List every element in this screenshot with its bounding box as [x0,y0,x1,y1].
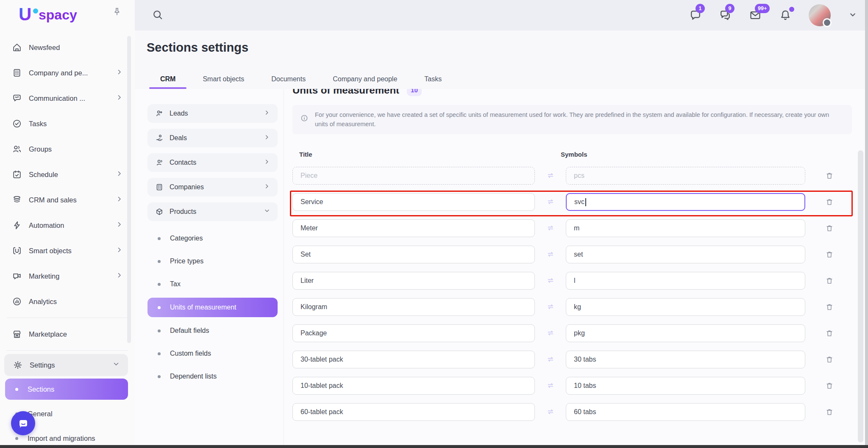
chat-launcher-button[interactable] [11,411,35,435]
delete-row-button[interactable] [825,224,834,233]
lead-icon [155,109,164,118]
sidebar-item-automation[interactable]: Automation [0,213,135,238]
symbol-input-30-tablet-pack[interactable]: 30 tabs [566,351,805,368]
title-input-set[interactable]: Set [292,246,535,263]
symbol-input-service[interactable]: svc [566,193,805,211]
info-text: For your convenience, we have created a … [315,110,841,129]
nav-subitem-default-fields[interactable]: Default fields [147,319,278,342]
info-banner: For your convenience, we have created a … [292,105,852,134]
profile-chevron-down-icon[interactable] [848,10,858,21]
chevron-down-icon [263,207,271,215]
symbol-input-set[interactable]: set [566,246,805,263]
smart-objects-icon [12,246,22,256]
symbol-input-60-tablet-pack[interactable]: 60 tabs [566,403,805,421]
sidebar-item-analytics[interactable]: Analytics [0,289,135,314]
symbol-input-meter[interactable]: m [566,219,805,237]
chat-icon[interactable]: 1 [689,9,702,22]
title-input-piece[interactable]: Piece [292,167,535,185]
group-chat-icon[interactable]: 9 [719,9,732,22]
vertical-scrollbar[interactable] [858,150,863,442]
sidebar-item-label: Schedule [29,171,58,179]
delete-row-button[interactable] [825,381,834,390]
tab-company-and-people[interactable]: Company and people [322,69,408,89]
delete-row-button[interactable] [825,407,834,417]
tab-crm[interactable]: CRM [149,69,186,89]
delete-row-button[interactable] [825,355,834,364]
sidebar-item-label: CRM and sales [29,196,77,204]
unit-row-60-tablet-pack: 60-tablet pack60 tabs [292,399,852,425]
delete-row-button[interactable] [825,276,834,285]
nav-subitem-custom-fields[interactable]: Custom fields [147,342,278,365]
tab-documents[interactable]: Documents [260,69,317,89]
sidebar-item-groups[interactable]: Groups [0,136,135,162]
unit-row-piece: Piecepcs [292,163,852,189]
avatar[interactable] [809,4,831,26]
swap-icon [538,224,562,233]
search-icon[interactable] [152,9,164,22]
nav-subitem-price-types[interactable]: Price types [147,250,278,273]
nav-item-deals[interactable]: Deals [147,129,278,147]
column-divider [284,89,284,445]
delete-row-button[interactable] [825,197,834,207]
nav-item-products[interactable]: Products [147,202,278,221]
title-input-package[interactable]: Package [292,324,535,342]
unit-row-10-tablet-pack: 10-tablet pack10 tabs [292,373,852,399]
sidebar-item-label: Import and migrations [28,434,95,442]
trash-icon [825,276,834,285]
sidebar-item-communication[interactable]: Communication ... [0,86,135,111]
swap-icon [546,276,555,285]
sidebar-item-schedule[interactable]: Schedule [0,162,135,187]
tab-smart-objects[interactable]: Smart objects [192,69,255,89]
chevron-right-icon [263,109,271,118]
sidebar-item-tasks[interactable]: Tasks [0,111,135,136]
sidebar-item-company-and-pe[interactable]: Company and pe... [0,60,135,86]
swap-icon [538,250,562,259]
symbol-input-liter[interactable]: l [566,272,805,290]
delete-row-button[interactable] [825,329,834,338]
nav-subitem-dependent-lists[interactable]: Dependent lists [147,365,278,388]
calendar-icon [12,169,22,180]
nav-subitem-categories[interactable]: Categories [147,227,278,250]
sidebar-item-smart-objects[interactable]: Smart objects [0,238,135,263]
sidebar-item-marketplace[interactable]: Marketplace [0,321,135,347]
sidebar-scrollbar[interactable] [127,36,131,343]
trash-icon [825,381,834,390]
title-input-kilogram[interactable]: Kilogram [292,298,535,316]
symbol-input-piece[interactable]: pcs [566,167,805,185]
nav-item-contacts[interactable]: Contacts [147,153,278,172]
nav-item-companies[interactable]: Companies [147,178,278,196]
symbol-input-package[interactable]: pkg [566,324,805,342]
sidebar-item-label: Marketing [29,272,59,280]
product-icon [155,207,164,216]
symbol-input-kilogram[interactable]: kg [566,298,805,316]
tab-tasks[interactable]: Tasks [413,69,453,89]
uspacy-logo[interactable]: U spacy [19,5,95,26]
title-input-30-tablet-pack[interactable]: 30-tablet pack [292,351,535,368]
bullet-icon [158,352,161,355]
pin-icon[interactable] [112,7,122,18]
bell-icon[interactable] [779,9,792,22]
sidebar-item-sections[interactable]: Sections [5,379,128,400]
nav-subitem-tax[interactable]: Tax [147,273,278,296]
sidebar-item-crm-and-sales[interactable]: CRM and sales [0,187,135,213]
sidebar-item-marketing[interactable]: Marketing [0,263,135,289]
title-input-service[interactable]: Service [292,193,535,211]
title-input-60-tablet-pack[interactable]: 60-tablet pack [292,403,535,421]
swap-icon [546,302,555,312]
delete-row-button[interactable] [825,250,834,259]
delete-row-button[interactable] [825,302,834,312]
mail-badge: 99+ [755,4,770,13]
title-input-liter[interactable]: Liter [292,272,535,290]
nav-item-label: Products [170,208,196,216]
title-input-10-tablet-pack[interactable]: 10-tablet pack [292,377,535,395]
title-input-meter[interactable]: Meter [292,219,535,237]
logo-dot [33,8,38,14]
marketplace-icon [12,329,22,339]
nav-item-leads[interactable]: Leads [147,104,278,123]
delete-row-button[interactable] [825,171,834,180]
mail-icon[interactable]: 99+ [748,9,762,22]
sidebar-item-settings[interactable]: Settings [4,354,128,376]
sidebar-item-newsfeed[interactable]: Newsfeed [0,35,135,60]
symbol-input-10-tablet-pack[interactable]: 10 tabs [566,377,805,395]
nav-subitem-units-of-measurement[interactable]: Units of measurement [147,298,278,317]
